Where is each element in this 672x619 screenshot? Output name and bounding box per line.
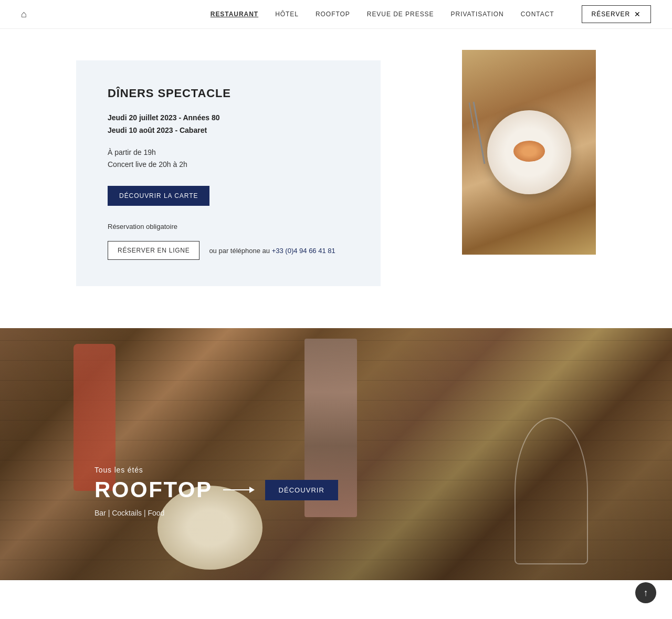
reserver-button[interactable]: RÉSERVER ✕ [582,5,651,23]
nav-link-hotel[interactable]: HÔTEL [275,11,299,18]
nav-link-contact[interactable]: CONTACT [521,11,554,18]
decouvrir-carte-button[interactable]: DÉCOUVRIR LA CARTE [108,186,209,206]
rooftop-background [0,328,672,580]
booking-row: RÉSERVER EN LIGNE ou par téléphone au +3… [108,241,349,260]
reserver-en-ligne-button[interactable]: RÉSERVER EN LIGNE [108,241,200,260]
reserver-label: RÉSERVER [592,11,630,18]
rooftop-subtitle: Tous les étés [94,466,338,474]
navigation: ⌂ RESTAURANT HÔTEL ROOFTOP REVUE DE PRES… [0,0,672,29]
diners-info: À partir de 19h Concert live de 20h à 2h [108,146,349,172]
diners-food-image [462,50,596,255]
rooftop-title-text: ROOFTOP [94,477,213,502]
nav-link-restaurant[interactable]: RESTAURANT [211,11,258,18]
rooftop-tagline: Bar | Cocktails | Food [94,509,338,517]
diners-date1: Jeudi 20 juillet 2023 - Années 80 [108,112,349,124]
phone-info: ou par téléphone au +33 (0)4 94 66 41 81 [209,247,335,255]
diners-info2: Concert live de 20h à 2h [108,159,349,171]
rooftop-title-row: ROOFTOP DÉCOUVRIR [94,477,338,502]
nav-link-presse[interactable]: REVUE DE PRESSE [367,11,434,18]
rooftop-section: Tous les étés ROOFTOP DÉCOUVRIR Bar | Co… [0,328,672,580]
nav-link-rooftop[interactable]: ROOFTOP [316,11,350,18]
phone-number[interactable]: +33 (0)4 94 66 41 81 [272,247,335,255]
rooftop-text-overlay: Tous les étés ROOFTOP DÉCOUVRIR Bar | Co… [94,466,338,517]
diners-dates: Jeudi 20 juillet 2023 - Années 80 Jeudi … [108,112,349,137]
diners-card: DÎNERS SPECTACLE Jeudi 20 juillet 2023 -… [76,60,381,286]
decouvrir-rooftop-button[interactable]: DÉCOUVRIR [265,480,338,500]
nav-link-privatisation[interactable]: PRIVATISATION [451,11,504,18]
arrow-line [223,489,249,490]
arrow-head [249,487,255,493]
diners-spectacle-section: DÎNERS SPECTACLE Jeudi 20 juillet 2023 -… [0,50,672,297]
diners-info1: À partir de 19h [108,146,349,159]
diners-date2: Jeudi 10 août 2023 - Cabaret [108,124,349,137]
nav-links: RESTAURANT HÔTEL ROOFTOP REVUE DE PRESSE… [211,5,651,23]
reservation-label: Réservation obligatoire [108,223,349,230]
wine-glass-decoration [514,417,588,564]
diners-title: DÎNERS SPECTACLE [108,87,349,100]
home-icon[interactable]: ⌂ [21,9,27,20]
arrow-decoration [223,487,255,493]
fork-decoration [472,101,485,164]
reserver-close-icon: ✕ [634,10,641,18]
plate-visual [462,50,596,255]
phone-text: ou par téléphone au [209,247,270,255]
